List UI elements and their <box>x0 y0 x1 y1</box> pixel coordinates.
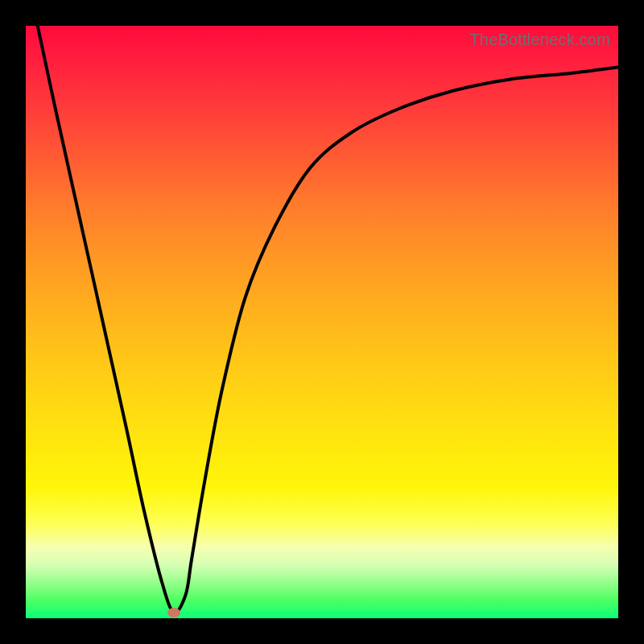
curve-minimum-marker <box>167 608 180 617</box>
chart-frame: TheBottleneck.com <box>0 0 644 644</box>
plot-area: TheBottleneck.com <box>26 26 618 618</box>
bottleneck-curve <box>26 26 618 618</box>
